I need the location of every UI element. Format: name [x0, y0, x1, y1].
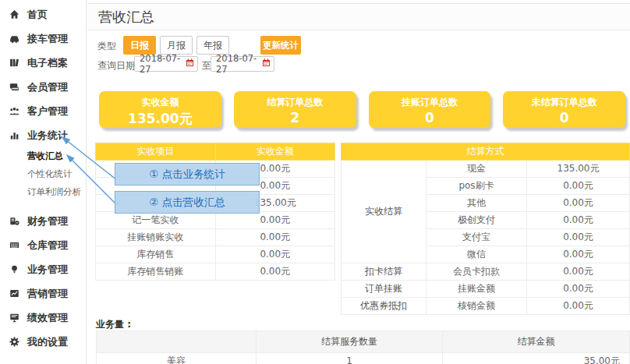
volume-table-cell: 美容: [97, 353, 257, 364]
sidebar-subitem-revenue-summary[interactable]: 营收汇总: [0, 147, 86, 165]
sidebar-item-label: 业务管理: [27, 263, 68, 277]
home-icon: [8, 9, 20, 21]
report-type-row: 类型 日报月报年报 更新统计: [87, 36, 630, 55]
sidebar-item-label: 业务统计: [27, 129, 68, 143]
stat-card-label: 结算订单总数: [234, 96, 356, 109]
sidebar-item-label: 财务管理: [27, 214, 68, 228]
stat-card-label: 挂账订单总数: [369, 96, 491, 109]
income-table-cell: 0.00元: [215, 229, 335, 246]
sidebar-item-label: 会员管理: [27, 80, 68, 94]
sidebar-subitem-order-profit[interactable]: 订单利润分析: [0, 183, 86, 201]
stat-card-label: 未结算订单总数: [503, 96, 625, 109]
volume-table: 结算服务数量结算金额美容135.00元: [96, 330, 630, 364]
settlement-table-cell: pos刷卡: [426, 178, 527, 195]
settlement-table-cell: 极创支付: [426, 212, 527, 229]
income-table-header: 实收项目: [96, 143, 216, 161]
income-table-row: 挂账销账实收0.00元: [96, 229, 335, 246]
settlement-table-cell: 0.00元: [527, 195, 630, 212]
calendar-icon[interactable]: [262, 58, 271, 69]
gear-icon: [8, 336, 20, 348]
income-table-row: 记一笔实收0.00元: [96, 212, 335, 229]
settlement-table-cell: 135.00元: [527, 161, 630, 178]
update-stats-button[interactable]: 更新统计: [260, 36, 301, 55]
settlement-table-cell: 其他: [426, 195, 527, 212]
stat-cards: 实收金额135.00元结算订单总数2挂账订单总数0未结算订单总数0: [99, 91, 625, 127]
sidebar-item-finance[interactable]: 财务管理: [0, 209, 86, 233]
sidebar: 首页接车管理电子档案会员管理客户管理业务统计营收汇总个性化统计订单利润分析财务管…: [0, 0, 87, 364]
query-date-label: 查询日期: [97, 59, 135, 72]
settlement-table-cell: 0.00元: [527, 263, 630, 281]
sidebar-item-label: 客户管理: [27, 104, 68, 118]
tab-yearly[interactable]: 年报: [196, 36, 229, 55]
income-table-cell: 库存销售: [96, 246, 216, 263]
sidebar-item-marketing[interactable]: 营销管理: [0, 281, 86, 306]
income-table-cell: 记一笔实收: [96, 212, 216, 229]
settlement-group-label: 扣卡结算: [342, 263, 426, 281]
bar-chart-icon: [8, 129, 20, 142]
page: 首页接车管理电子档案会员管理客户管理业务统计营收汇总个性化统计订单利润分析财务管…: [0, 0, 630, 364]
type-label: 类型: [97, 40, 116, 53]
settlement-table-cell: 会员卡扣款: [426, 263, 527, 281]
settlement-table-cell: 0.00元: [527, 298, 630, 315]
settlement-table-cell: 0.00元: [527, 229, 630, 246]
tab-daily[interactable]: 日报: [123, 36, 156, 55]
volume-table-header: 结算金额: [443, 331, 630, 353]
sidebar-item-member[interactable]: 会员管理: [0, 75, 86, 99]
stat-card-value: 2: [234, 110, 356, 125]
sidebar-item-archive[interactable]: 电子档案: [0, 51, 86, 75]
volume-table-row: 美容135.00元: [97, 353, 630, 364]
settlement-table-cell: 挂账金额: [426, 281, 527, 298]
settlement-table-cell: 现金: [426, 161, 527, 178]
income-table-cell: 0.00元: [215, 212, 335, 229]
calendar-icon[interactable]: [186, 58, 194, 69]
sidebar-item-home[interactable]: 首页: [0, 2, 86, 27]
stat-card-unsettled-orders: 未结算订单总数0: [503, 91, 625, 128]
settlement-group-label: 优惠券抵扣: [342, 298, 426, 315]
income-table-cell: 0.00元: [215, 246, 335, 263]
settlement-group-label: 实收结算: [342, 161, 426, 263]
callout-step-2: ② 点击营收汇总: [115, 191, 260, 214]
settlement-table-cell: 0.00元: [527, 246, 630, 263]
warehouse-icon: [8, 239, 20, 252]
performance-icon: [8, 312, 20, 324]
tab-monthly[interactable]: 月报: [160, 36, 193, 55]
sidebar-item-warehouse[interactable]: 仓库管理: [0, 233, 86, 257]
volume-label: 业务量 :: [96, 318, 131, 331]
sidebar-item-label: 绩效管理: [27, 311, 68, 325]
sidebar-item-label: 电子档案: [27, 56, 68, 70]
stat-card-value: 135.00元: [99, 110, 221, 128]
settlement-table-cell: 微信: [426, 246, 527, 263]
income-table-row: 库存销售销账0.00元: [96, 263, 335, 281]
income-table-row: 库存销售0.00元: [96, 246, 335, 263]
sidebar-item-settings[interactable]: 我的设置: [0, 330, 86, 354]
settlement-table-header: 结算方式: [342, 143, 630, 161]
sidebar-item-business[interactable]: 业务管理: [0, 257, 86, 281]
settlement-table-cell: 核销金额: [426, 298, 527, 315]
income-table-header: 实收金额: [215, 143, 335, 161]
sidebar-item-vehicle[interactable]: 接车管理: [0, 27, 86, 51]
callout-step-1: ① 点击业务统计: [115, 163, 260, 186]
settlement-table-row: 优惠券抵扣核销金额0.00元: [342, 298, 630, 315]
member-card-icon: [8, 81, 20, 94]
date-from-input[interactable]: 2018-07-27: [134, 56, 198, 72]
settlement-group-label: 订单挂账: [342, 281, 426, 298]
settlement-table-cell: 0.00元: [527, 281, 630, 298]
settlement-table-row: 扣卡结算会员卡扣款0.00元: [342, 263, 630, 281]
date-from-value: 2018-07-27: [140, 53, 186, 75]
volume-table-cell: 35.00元: [443, 353, 630, 364]
finance-icon: [8, 215, 20, 228]
sidebar-item-label: 营销管理: [27, 287, 68, 301]
date-to-input[interactable]: 2018-07-27: [211, 56, 274, 72]
sidebar-item-customer[interactable]: 客户管理: [0, 99, 86, 123]
sidebar-item-label: 仓库管理: [27, 239, 68, 253]
sidebar-item-stats[interactable]: 业务统计: [0, 123, 86, 147]
car-icon: [8, 33, 20, 45]
sidebar-subitem-custom-stats[interactable]: 个性化统计: [0, 165, 86, 183]
stat-card-label: 实收金额: [99, 96, 221, 109]
income-table-cell: 挂账销账实收: [96, 229, 216, 246]
sidebar-item-performance[interactable]: 绩效管理: [0, 306, 86, 330]
stat-card-value: 0: [503, 110, 625, 125]
stat-card-settled-orders: 结算订单总数2: [234, 91, 356, 128]
stat-card-paid-amount: 实收金额135.00元: [99, 91, 221, 128]
stat-card-credit-orders: 挂账订单总数0: [369, 91, 491, 128]
